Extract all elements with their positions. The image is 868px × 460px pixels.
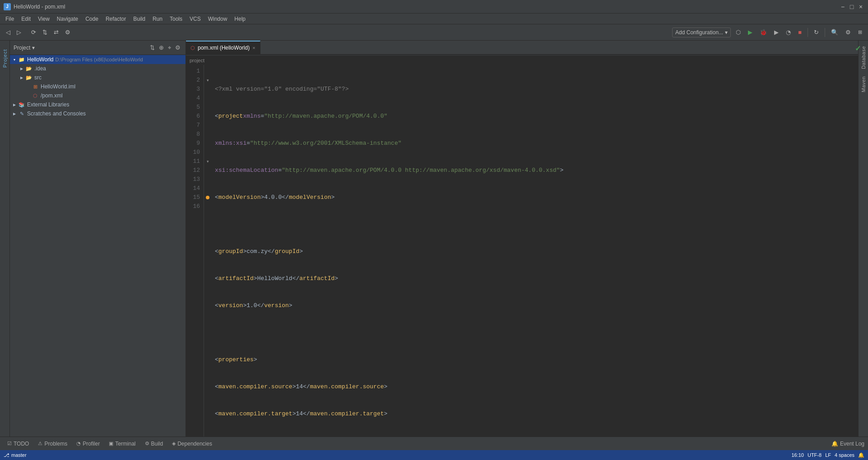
status-line-separator[interactable]: LF: [825, 452, 831, 458]
panel-settings-icon[interactable]: ⚙: [174, 44, 182, 51]
run-with-coverage-button[interactable]: ▶: [772, 28, 781, 37]
profiler-icon: ◔: [76, 441, 81, 446]
tree-label-pomxml: /pom.xml: [41, 92, 63, 99]
chevron-down-icon: ▾: [725, 29, 728, 36]
status-indent[interactable]: 4 spaces: [835, 452, 854, 458]
menu-help[interactable]: Help: [231, 15, 249, 23]
code-line-7: <groupId>com.zy</groupId>: [215, 247, 854, 256]
bottom-tab-todo[interactable]: ☑ TODO: [4, 440, 32, 448]
git-branch[interactable]: master: [11, 452, 27, 458]
editor-content[interactable]: 1 2 3 4 5 6 7 8 9 10 11 12 13 14 15 16: [186, 65, 858, 437]
tree-node-src[interactable]: ▶ 📂 src: [10, 73, 186, 82]
close-button[interactable]: ×: [857, 3, 864, 10]
menu-code[interactable]: Code: [82, 15, 102, 23]
window-controls: − □ ×: [839, 3, 864, 10]
database-panel-toggle[interactable]: Database: [860, 42, 867, 73]
locate-icon[interactable]: ⊕: [158, 44, 165, 51]
project-panel-icons: ⇅ ⊕ ⌖ ⚙: [149, 44, 182, 52]
menu-refactor[interactable]: Refactor: [102, 15, 130, 23]
toolbar-separator2: [825, 28, 825, 37]
search-everywhere-button[interactable]: 🔍: [829, 28, 840, 37]
editor-wrapper: project 1 2 3 4 5 6 7 8 9 10 11 12 13: [186, 55, 858, 437]
profile-button[interactable]: ◔: [784, 28, 793, 37]
fold-11[interactable]: ▾: [204, 157, 211, 166]
tab-pomxml-label: pom.xml (HelloWorld): [198, 45, 250, 51]
bottom-tab-build[interactable]: ⚙ Build: [141, 440, 167, 448]
status-notifications[interactable]: 🔔: [858, 452, 864, 458]
tree-root-helloworld[interactable]: ▾ 📁 HelloWorld D:\Program Files (x86)\co…: [10, 55, 186, 64]
run-config-dropdown[interactable]: Add Configuration... ▾: [672, 28, 731, 37]
code-line-5: <modelVersion>4.0.0</modelVersion>: [215, 193, 854, 202]
fold-1: [204, 67, 211, 76]
toolbar-separator: [808, 28, 808, 37]
menu-file[interactable]: File: [2, 15, 18, 23]
menu-tools[interactable]: Tools: [166, 15, 186, 23]
menu-build[interactable]: Build: [130, 15, 149, 23]
code-line-4: xsi:schemaLocation="http://maven.apache.…: [215, 166, 854, 175]
fold-2[interactable]: ▾: [204, 76, 211, 85]
run-config-label: Add Configuration...: [675, 29, 723, 36]
build-icon: ⚙: [145, 441, 149, 446]
tree-node-external-libraries[interactable]: ▶ 📚 External Libraries: [10, 100, 186, 109]
event-log-button[interactable]: 🔔 Event Log: [831, 441, 864, 447]
stop-button[interactable]: ■: [796, 28, 804, 37]
bottom-tab-terminal[interactable]: ▣ Terminal: [105, 440, 139, 448]
tree-arrow-idea: ▶: [19, 66, 24, 71]
file-icon-pomxml: ⬡: [32, 92, 39, 99]
code-line-9: <version>1.0</version>: [215, 301, 854, 310]
collapse-all-icon[interactable]: ⇅: [149, 44, 156, 51]
toolbar-navigate-forward[interactable]: ▷: [14, 28, 23, 37]
fold-9: [204, 139, 211, 148]
tree-arrow-external: ▶: [12, 102, 17, 107]
folder-icon-src: 📂: [25, 74, 32, 81]
menu-navigate[interactable]: Navigate: [53, 15, 82, 23]
toolbar-settings[interactable]: ⚙: [63, 28, 73, 37]
maximize-button[interactable]: □: [848, 3, 855, 10]
menu-edit[interactable]: Edit: [18, 15, 34, 23]
scroll-to-source-icon[interactable]: ⌖: [167, 44, 172, 52]
tab-pomxml[interactable]: ⬡ pom.xml (HelloWorld) ×: [186, 41, 260, 54]
toolbar-navigate-back[interactable]: ◁: [4, 28, 13, 37]
debug-button[interactable]: 🐞: [757, 28, 769, 37]
menu-view[interactable]: View: [34, 15, 53, 23]
code-line-2: <project xmlns="http://maven.apache.org/…: [215, 112, 854, 121]
status-encoding[interactable]: UTF-8: [808, 452, 822, 458]
code-editor[interactable]: <?xml version="1.0" encoding="UTF-8"?> <…: [211, 65, 858, 437]
menu-vcs[interactable]: VCS: [186, 15, 204, 23]
tree-node-scratches[interactable]: ▶ ✎ Scratches and Consoles: [10, 109, 186, 118]
maven-panel-toggle[interactable]: Maven: [860, 73, 867, 96]
code-line-8: <artifactId>HelloWorld</artifactId>: [215, 274, 854, 283]
status-line-col[interactable]: 16:10: [791, 452, 804, 458]
title-bar: J HelloWorld - pom.xml − □ ×: [0, 0, 868, 14]
toolbar-collapse-all[interactable]: ⇄: [51, 28, 61, 37]
project-panel-toggle[interactable]: Project: [1, 42, 9, 74]
toolbar-sync[interactable]: ⟳: [29, 28, 38, 37]
bottom-tab-dependencies[interactable]: ◈ Dependencies: [168, 440, 216, 448]
plugins-button[interactable]: ⊞: [856, 28, 864, 37]
run-button[interactable]: ▶: [746, 28, 755, 37]
file-tree: ▾ 📁 HelloWorld D:\Program Files (x86)\co…: [10, 55, 186, 437]
bottom-tab-profiler[interactable]: ◔ Profiler: [73, 440, 103, 448]
tree-node-iml[interactable]: ▶ ⊞ HelloWorld.iml: [10, 82, 186, 91]
tree-node-pomxml[interactable]: ▶ ⬡ /pom.xml: [10, 91, 186, 100]
fold-16: [204, 202, 211, 211]
toolbar-expand-all[interactable]: ⇅: [40, 28, 50, 37]
menu-run[interactable]: Run: [149, 15, 166, 23]
toolbar-left: ◁ ▷: [4, 28, 23, 37]
file-icon-iml: ⊞: [32, 83, 39, 90]
minimize-button[interactable]: −: [839, 3, 846, 10]
fold-gutter: ▾ ▾: [204, 65, 211, 437]
fold-3: [204, 85, 211, 94]
build-button[interactable]: ⬡: [733, 28, 743, 37]
update-button[interactable]: ↻: [812, 28, 821, 37]
tab-pomxml-icon: ⬡: [190, 45, 195, 51]
line-numbers: 1 2 3 4 5 6 7 8 9 10 11 12 13 14 15 16: [186, 65, 204, 437]
menu-window[interactable]: Window: [204, 15, 231, 23]
left-sidebar-strip: Project: [0, 41, 10, 437]
tab-pomxml-close[interactable]: ×: [252, 45, 255, 51]
bottom-tab-problems[interactable]: ⚠ Problems: [34, 440, 71, 448]
fold-6: [204, 112, 211, 121]
settings-button[interactable]: ⚙: [843, 28, 853, 37]
tab-bar: ⬡ pom.xml (HelloWorld) ×: [186, 41, 858, 55]
tree-node-idea[interactable]: ▶ 📂 .idea: [10, 64, 186, 73]
